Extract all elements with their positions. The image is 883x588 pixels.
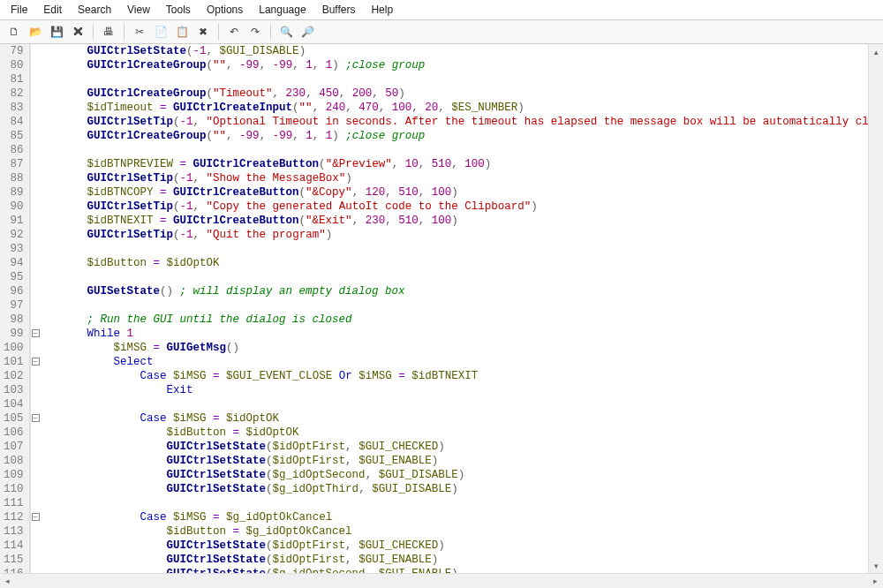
replace-icon[interactable]: 🔎 <box>298 23 316 41</box>
scroll-down-icon[interactable]: ▾ <box>869 558 883 573</box>
copy-icon[interactable]: 📄 <box>152 23 170 41</box>
code-line[interactable]: $idButton = $g_idOptOkCancel <box>34 524 868 539</box>
menu-search[interactable]: Search <box>71 2 118 18</box>
menu-edit[interactable]: Edit <box>36 2 69 18</box>
line-number: 86 <box>4 143 24 157</box>
line-number: 101 <box>4 355 24 369</box>
toolbar-separator <box>93 24 94 40</box>
code-line[interactable]: ; Run the GUI until the dialog is closed <box>34 313 868 327</box>
menu-tools[interactable]: Tools <box>159 2 198 18</box>
vertical-scrollbar[interactable]: ▴ ▾ <box>868 44 883 573</box>
code-line[interactable]: GUICtrlCreateGroup("", -99, -99, 1, 1) ;… <box>34 58 868 72</box>
line-number: 104 <box>4 397 24 411</box>
code-line[interactable] <box>34 270 868 284</box>
scroll-left-icon[interactable]: ◂ <box>0 574 15 588</box>
code-line[interactable]: GUICtrlCreateGroup("Timeout", 230, 450, … <box>34 87 868 101</box>
code-content[interactable]: GUICtrlSetState(-1, $GUI_DISABLE) GUICtr… <box>31 44 868 573</box>
menu-view[interactable]: View <box>120 2 157 18</box>
line-number: 80 <box>4 58 24 72</box>
close-icon[interactable]: 🗙 <box>69 23 87 41</box>
code-line[interactable]: $idBTNCOPY = GUICtrlCreateButton("&Copy"… <box>34 185 868 200</box>
open-icon[interactable]: 📂 <box>26 23 44 41</box>
code-line[interactable]: Exit <box>34 383 868 397</box>
code-line[interactable]: Case $iMSG = $idOptOK <box>34 411 868 426</box>
line-number: 113 <box>4 524 24 539</box>
menu-help[interactable]: Help <box>364 2 400 18</box>
line-number: 93 <box>4 242 24 256</box>
new-icon[interactable]: 🗋 <box>5 23 23 41</box>
line-number: 116 <box>4 567 24 573</box>
toolbar-separator <box>270 24 271 40</box>
cut-icon[interactable]: ✂ <box>131 23 148 41</box>
redo-icon[interactable]: ↷ <box>246 23 264 41</box>
line-number: 96 <box>4 284 24 298</box>
code-line[interactable]: $idBTNEXIT = GUICtrlCreateButton("&Exit"… <box>34 214 868 228</box>
toolbar: 🗋📂💾🗙🖶✂📄📋✖↶↷🔍🔎 <box>0 20 883 44</box>
line-number: 106 <box>4 426 24 440</box>
code-line[interactable]: $idTimeout = GUICtrlCreateInput("", 240,… <box>34 101 868 115</box>
line-number: 94 <box>4 256 24 270</box>
code-line[interactable]: GUICtrlSetState($idOptFirst, $GUI_CHECKE… <box>34 539 868 553</box>
line-number: 83 <box>4 101 24 115</box>
editor-area: 7980818283848586878889909192939495969798… <box>0 44 883 573</box>
code-line[interactable]: Select <box>34 355 868 369</box>
scroll-up-icon[interactable]: ▴ <box>869 44 883 59</box>
code-line[interactable] <box>34 496 868 510</box>
code-line[interactable] <box>34 298 868 313</box>
code-line[interactable]: Case $iMSG = $GUI_EVENT_CLOSE Or $iMSG =… <box>34 369 868 383</box>
code-line[interactable]: GUICtrlSetState($idOptFirst, $GUI_ENABLE… <box>34 553 868 567</box>
line-number: 79 <box>4 44 24 58</box>
code-line[interactable] <box>34 143 868 157</box>
undo-icon[interactable]: ↶ <box>225 23 243 41</box>
menu-file[interactable]: File <box>4 2 34 18</box>
horizontal-scrollbar[interactable]: ◂ ▸ <box>0 573 883 588</box>
line-number: 98 <box>4 313 24 327</box>
code-line[interactable]: GUICtrlCreateGroup("", -99, -99, 1, 1) ;… <box>34 129 868 143</box>
code-line[interactable]: $idBTNPREVIEW = GUICtrlCreateButton("&Pr… <box>34 157 868 171</box>
menu-language[interactable]: Language <box>252 2 313 18</box>
code-line[interactable]: $idButton = $idOptOK <box>34 426 868 440</box>
line-number: 107 <box>4 440 24 454</box>
code-editor[interactable]: 7980818283848586878889909192939495969798… <box>0 44 868 573</box>
line-number: 82 <box>4 87 24 101</box>
line-number-gutter: 7980818283848586878889909192939495969798… <box>0 44 30 573</box>
line-number: 85 <box>4 129 24 143</box>
code-line[interactable]: GUICtrlSetTip(-1, "Copy the generated Au… <box>34 200 868 214</box>
line-number: 103 <box>4 383 24 397</box>
code-line[interactable]: GUICtrlSetState(-1, $GUI_DISABLE) <box>34 44 868 58</box>
print-icon[interactable]: 🖶 <box>100 23 117 41</box>
code-line[interactable]: While 1 <box>34 327 868 341</box>
paste-icon[interactable]: 📋 <box>173 23 191 41</box>
code-line[interactable]: GUICtrlSetState($g_idOptSecond, $GUI_DIS… <box>34 468 868 482</box>
code-line[interactable]: $iMSG = GUIGetMsg() <box>34 341 868 355</box>
code-line[interactable] <box>34 72 868 87</box>
delete-icon[interactable]: ✖ <box>194 23 212 41</box>
line-number: 84 <box>4 115 24 129</box>
code-line[interactable]: GUICtrlSetState($g_idOptSecond, $GUI_ENA… <box>34 567 868 573</box>
line-number: 89 <box>4 185 24 200</box>
line-number: 114 <box>4 539 24 553</box>
menu-buffers[interactable]: Buffers <box>315 2 363 18</box>
line-number: 91 <box>4 214 24 228</box>
code-line[interactable]: GUICtrlSetState($g_idOptThird, $GUI_DISA… <box>34 482 868 496</box>
save-icon[interactable]: 💾 <box>48 23 65 41</box>
code-line[interactable]: GUISetState() ; will display an empty di… <box>34 284 868 298</box>
code-line[interactable]: GUICtrlSetState($idOptFirst, $GUI_CHECKE… <box>34 440 868 454</box>
code-line[interactable] <box>34 397 868 411</box>
code-line[interactable] <box>34 242 868 256</box>
search-icon[interactable]: 🔍 <box>277 23 295 41</box>
line-number: 100 <box>4 341 24 355</box>
toolbar-separator <box>218 24 219 40</box>
code-line[interactable]: GUICtrlSetTip(-1, "Quit the program") <box>34 228 868 242</box>
code-line[interactable]: $idButton = $idOptOK <box>34 256 868 270</box>
code-line[interactable]: Case $iMSG = $g_idOptOkCancel <box>34 510 868 524</box>
menu-options[interactable]: Options <box>200 2 250 18</box>
code-line[interactable]: GUICtrlSetTip(-1, "Optional Timeout in s… <box>34 115 868 129</box>
line-number: 81 <box>4 72 24 87</box>
line-number: 99 <box>4 327 24 341</box>
code-line[interactable]: GUICtrlSetTip(-1, "Show the MessageBox") <box>34 171 868 185</box>
code-line[interactable]: GUICtrlSetState($idOptFirst, $GUI_ENABLE… <box>34 454 868 468</box>
line-number: 105 <box>4 411 24 426</box>
line-number: 87 <box>4 157 24 171</box>
scroll-right-icon[interactable]: ▸ <box>868 574 883 588</box>
